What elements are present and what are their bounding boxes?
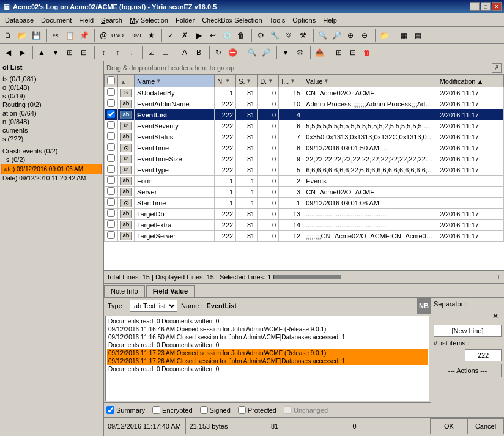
td-checkbox[interactable] [105,87,118,98]
tb-filter3-btn[interactable]: ⛭ [282,29,295,42]
td-checkbox[interactable] [105,131,118,142]
table-row[interactable]: ab EventStatus 222 81 0 7 0x350;0x1313;0… [105,131,504,142]
row-checkbox[interactable] [107,88,115,96]
close-button[interactable]: ✕ [492,2,502,11]
tb-copy-btn[interactable]: 📋 [63,29,76,42]
tb-filter1-btn[interactable]: ⚙ [254,29,267,42]
menu-folder[interactable]: Folder [172,15,198,25]
tb-uno-btn[interactable]: UNO [111,29,124,42]
tb2-trash2-btn[interactable]: 🗑 [360,46,374,59]
grid-container[interactable]: ▲ Name ▼ N.▼ S.▼ [104,75,504,270]
select-all-checkbox[interactable] [107,76,115,84]
left-crash-item-2[interactable]: Date) 09/12/2010 11:20:42 AM [1,174,102,182]
row-checkbox[interactable] [107,209,115,217]
left-item-2[interactable]: s (0/19) [1,92,102,100]
tb-col-btn[interactable]: ▤ [411,29,424,42]
tab-note-info[interactable]: Note Info [104,285,145,297]
tb-paste-btn[interactable]: 📌 [77,29,91,42]
signed-checkbox[interactable] [200,406,208,414]
row-checkbox[interactable] [107,187,115,195]
cb-protected[interactable]: Protected [238,406,276,414]
left-crash-item-0[interactable]: s (0/2) [1,155,102,164]
ok-button[interactable]: OK [431,418,467,434]
tb2-refresh-btn[interactable]: ↻ [212,46,225,59]
table-row[interactable]: ab TargetDb 222 81 0 13 ................… [105,209,504,220]
th-n[interactable]: N.▼ [215,75,236,87]
table-row[interactable]: ab EventAddinName 222 81 0 10 Admin Proc… [105,98,504,109]
menu-search[interactable]: Search [97,15,126,25]
menu-tools[interactable]: Tools [266,15,289,25]
cb-signed[interactable]: Signed [200,406,231,414]
left-crash-label[interactable]: Crash events (0/2) [1,147,102,155]
left-item-1[interactable]: o (0/148) [1,83,102,92]
tb2-zoom1-btn[interactable]: 🔍 [245,46,259,59]
table-row[interactable]: S SUpdatedBy 1 81 0 15 CN=Acme02/O=ACME … [105,87,504,98]
table-row[interactable]: ⊙ StartTime 1 1 0 1 09/12/2016 09:01:06 … [105,198,504,209]
td-checkbox[interactable] [105,187,118,198]
td-checkbox[interactable] [105,220,118,231]
left-item-3[interactable]: Routing (0/2) [1,100,102,109]
tb2-sort-btn[interactable]: ↕ [97,46,110,59]
tb2-stop-btn[interactable]: ⛔ [226,46,239,59]
table-row[interactable]: ab Server 1 1 0 3 CN=Acme02/O=ACME [105,187,504,198]
table-row[interactable]: ab TargetExtra 222 81 0 14 .............… [105,220,504,231]
tb2-filter-btn[interactable]: ▼ [279,46,292,59]
left-item-6[interactable]: cuments [1,126,102,135]
type-select[interactable]: ab Text list [130,300,177,312]
tb2-fwd-btn[interactable]: ▶ [15,46,29,59]
tb2-grid1-btn[interactable]: ⊞ [63,46,76,59]
tb-arrow-btn[interactable]: ↩ [206,29,220,42]
maximize-button[interactable]: □ [481,2,491,11]
tb-disk-btn[interactable]: 💿 [220,29,234,42]
cancel-button[interactable]: Cancel [467,418,504,434]
menu-options[interactable]: Options [289,15,319,25]
th-name-filter[interactable]: ▼ [156,78,161,84]
th-n-filter[interactable]: ▼ [225,78,230,84]
row-checkbox[interactable] [107,231,115,239]
tb-search2-btn[interactable]: 🔎 [330,29,343,42]
tb-zoomout-btn[interactable]: ⊖ [358,29,371,42]
td-checkbox[interactable] [105,231,118,242]
tb-search1-btn[interactable]: 🔍 [316,29,329,42]
menu-my-selection[interactable]: My Selection [126,15,172,25]
row-checkbox[interactable] [107,176,115,184]
th-modification[interactable]: Modification▲ [437,75,503,87]
tb2-uncheckall-btn[interactable]: ☐ [158,46,172,59]
tab-field-value[interactable]: Field Value [146,285,195,297]
tb-zoom-btn[interactable]: ⊕ [344,29,357,42]
tb2-up-btn[interactable]: ▲ [35,46,48,59]
row-checkbox[interactable] [107,220,115,228]
tb2-checkall-btn[interactable]: ☑ [144,46,158,59]
tb2-grid2-btn[interactable]: ⊟ [77,46,91,59]
left-crash-highlighted[interactable]: ate) 09/12/2016 09:01:06 AM [1,164,102,174]
left-item-4[interactable]: ation (0/64) [1,109,102,117]
td-checkbox[interactable] [105,98,118,109]
td-checkbox[interactable] [105,209,118,220]
table-row[interactable]: i2 EventTimeSize 222 81 0 9 22;22;22;22;… [105,153,504,164]
menu-document[interactable]: Document [37,15,75,25]
tb-at-btn[interactable]: @ [97,29,110,42]
row-checkbox[interactable] [107,121,115,129]
row-checkbox[interactable] [107,99,115,107]
cb-encrypted[interactable]: Encrypted [152,406,193,414]
table-row[interactable]: ab EventList 222 81 0 4 2/2016 11:17: [105,109,504,120]
left-item-0[interactable]: ts (0/1,081) [1,75,102,83]
menu-field[interactable]: Field [75,15,97,25]
th-d[interactable]: D.▼ [258,75,279,87]
tb2-export-btn[interactable]: 📤 [313,46,326,59]
tb-folder-btn[interactable]: 📁 [377,29,391,42]
row-checkbox[interactable] [107,165,115,173]
menu-database[interactable]: Database [1,15,37,25]
actions-button[interactable]: --- Actions --- [434,364,502,377]
th-i[interactable]: I...▼ [279,75,303,87]
table-row[interactable]: i2 EventSeverity 222 81 0 6 5;5;5;5;5;5;… [105,120,504,131]
th-name[interactable]: Name ▼ [135,75,215,87]
table-row[interactable]: ab TargetServer 222 81 0 12 ;;;;;;;;CN=A… [105,231,504,242]
td-checkbox[interactable] [105,153,118,164]
tb2-down-btn[interactable]: ▼ [49,46,62,59]
cb-summary[interactable]: Summary [106,406,145,414]
row-checkbox[interactable] [107,110,115,118]
clear-group-btn[interactable]: ✗ [492,63,502,73]
tb-check-btn[interactable]: ✓ [164,29,177,42]
tb-plus-btn[interactable]: ▶ [192,29,206,42]
